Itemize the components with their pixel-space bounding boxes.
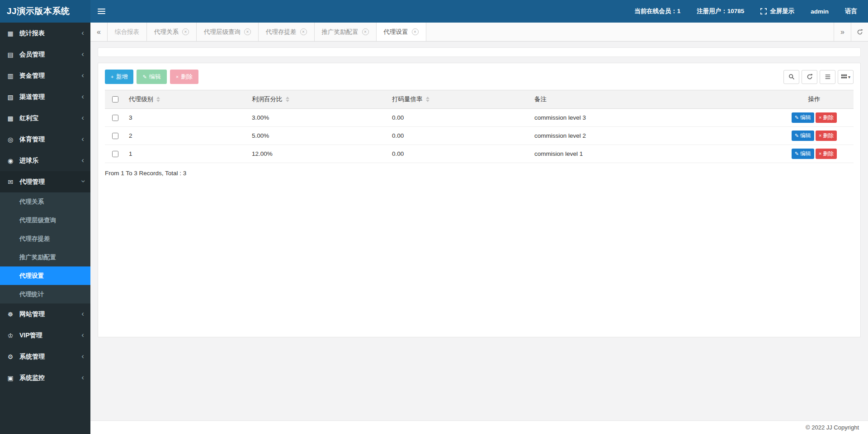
subitem-label: 代理关系 xyxy=(19,198,44,206)
sidebar-item-vip[interactable]: ♔ VIP管理 ‹ xyxy=(0,325,90,346)
row-delete-label: 删除 xyxy=(823,150,834,158)
registered-users-label: 注册用户：10785 xyxy=(697,7,744,15)
row-edit-button[interactable]: ✎编辑 xyxy=(792,131,814,141)
tabs-refresh-button[interactable] xyxy=(851,23,868,41)
fullscreen-icon xyxy=(760,8,767,14)
sidebar-item-soccer[interactable]: ◉ 进球乐 ‹ xyxy=(0,150,90,171)
fullscreen-button[interactable]: 全屏显示 xyxy=(760,7,794,15)
sidebar-item-channels[interactable]: ▧ 渠道管理 ‹ xyxy=(0,86,90,107)
sidebar: ▦ 统计报表 ‹ ▤ 会员管理 ‹ ▥ 资金管理 ‹ ▧ 渠道管理 ‹ ▩ 红利… xyxy=(0,23,90,434)
sidebar-item-system-management[interactable]: ⚙ 系统管理 ‹ xyxy=(0,346,90,367)
select-all-checkbox[interactable] xyxy=(112,96,118,103)
sidebar-item-website[interactable]: ☸ 网站管理 ‹ xyxy=(0,303,90,325)
row-edit-label: 编辑 xyxy=(800,150,811,158)
query-panel[interactable] xyxy=(98,47,861,57)
tab-overview-report[interactable]: 综合报表 xyxy=(108,23,147,41)
close-icon[interactable]: × xyxy=(412,28,419,35)
bar-chart-icon: ▦ xyxy=(6,30,14,37)
sidebar-subitem-agent-settings[interactable]: 代理设置 xyxy=(0,266,90,285)
edit-button[interactable]: ✎ 编辑 xyxy=(137,70,166,84)
refresh-icon xyxy=(857,29,863,35)
content-area: + 新增 ✎ 编辑 × 删除 xyxy=(90,42,868,420)
brand-logo[interactable]: JJ演示版本系统 xyxy=(0,0,90,23)
tab-promo-reward-config[interactable]: 推广奖励配置 × xyxy=(315,23,377,41)
row-delete-button[interactable]: ×删除 xyxy=(816,112,837,123)
table-row: 3 3.00% 0.00 commission level 3 ✎编辑×删除 xyxy=(105,109,854,127)
search-button[interactable] xyxy=(783,70,799,84)
refresh-button[interactable] xyxy=(802,70,817,84)
sidebar-subitem-agent-statistics[interactable]: 代理统计 xyxy=(0,285,90,303)
sidebar-item-label: 系统管理 xyxy=(19,353,76,361)
envelope-icon: ✉ xyxy=(6,178,14,186)
add-button[interactable]: + 新增 xyxy=(105,70,133,84)
columns-button[interactable]: ▾ xyxy=(838,70,854,84)
close-icon[interactable]: × xyxy=(362,28,369,35)
sidebar-item-stats-report[interactable]: ▦ 统计报表 ‹ xyxy=(0,23,90,44)
sidebar-item-bonus[interactable]: ▩ 红利宝 ‹ xyxy=(0,107,90,129)
chevron-left-icon: ‹ xyxy=(81,50,84,58)
sidebar-item-members[interactable]: ▤ 会员管理 ‹ xyxy=(0,44,90,65)
tab-label: 代理存提差 xyxy=(266,28,297,36)
sidebar-item-agent-management[interactable]: ✉ 代理管理 ‹ xyxy=(0,171,90,192)
copyright-text: © 2022 JJ Copyright xyxy=(806,424,859,431)
column-header-profit[interactable]: 利润百分比 xyxy=(248,90,388,109)
row-edit-button[interactable]: ✎编辑 xyxy=(792,112,814,123)
cell-actions: ✎编辑×删除 xyxy=(775,109,854,127)
delete-button[interactable]: × 删除 xyxy=(170,70,198,84)
row-checkbox-cell xyxy=(105,109,125,127)
sidebar-subitem-promo-reward-config[interactable]: 推广奖励配置 xyxy=(0,248,90,266)
sidebar-item-funds[interactable]: ▥ 资金管理 ‹ xyxy=(0,65,90,86)
sidebar-item-system-monitor[interactable]: ▣ 系统监控 ‹ xyxy=(0,367,90,388)
column-header-level[interactable]: 代理级别 xyxy=(125,90,248,109)
row-checkbox[interactable] xyxy=(112,151,118,157)
subitem-label: 代理层级查询 xyxy=(19,216,56,224)
hamburger-icon xyxy=(98,9,105,9)
row-checkbox[interactable] xyxy=(112,133,118,139)
sidebar-item-label: 红利宝 xyxy=(19,114,76,122)
tabs-scroll-left-button[interactable]: « xyxy=(90,23,108,41)
close-icon[interactable]: × xyxy=(182,28,189,35)
row-delete-button[interactable]: ×删除 xyxy=(816,131,837,141)
header-right-menu: 当前在线会员：1 注册用户：10785 全屏显示 admin 语言 xyxy=(634,0,868,23)
admin-menu[interactable]: admin xyxy=(811,8,829,15)
list-icon xyxy=(825,74,831,80)
chevron-down-icon: ‹ xyxy=(79,180,87,183)
sidebar-subitem-agent-level-query[interactable]: 代理层级查询 xyxy=(0,211,90,229)
sidebar-item-label: VIP管理 xyxy=(19,331,76,340)
tab-agent-level-query[interactable]: 代理层级查询 × xyxy=(197,23,259,41)
column-header-rate[interactable]: 打码量倍率 xyxy=(388,90,531,109)
chevron-left-icon: ‹ xyxy=(81,135,84,143)
sidebar-subitem-agent-relation[interactable]: 代理关系 xyxy=(0,192,90,211)
delete-button-label: 删除 xyxy=(181,73,193,81)
tab-agent-settings[interactable]: 代理设置 × xyxy=(377,23,426,41)
refresh-icon xyxy=(807,74,813,80)
tab-agent-relation[interactable]: 代理关系 × xyxy=(147,23,197,41)
edit-icon: ✎ xyxy=(142,75,146,79)
row-edit-label: 编辑 xyxy=(800,114,811,121)
sidebar-item-label: 进球乐 xyxy=(19,157,76,165)
delete-icon: × xyxy=(176,75,179,79)
language-menu[interactable]: 语言 xyxy=(845,7,857,15)
close-icon[interactable]: × xyxy=(244,28,251,35)
tab-agent-deposit-diff[interactable]: 代理存提差 × xyxy=(259,23,315,41)
row-edit-label: 编辑 xyxy=(800,132,811,140)
fullscreen-label: 全屏显示 xyxy=(770,7,794,15)
cell-level: 2 xyxy=(125,127,248,145)
tabs-scroll-right-button[interactable]: » xyxy=(834,23,851,41)
row-delete-button[interactable]: ×删除 xyxy=(816,149,837,159)
sort-icon[interactable] xyxy=(156,97,160,102)
sidebar-subitem-agent-deposit-diff[interactable]: 代理存提差 xyxy=(0,229,90,248)
sort-icon[interactable] xyxy=(286,97,289,102)
sidebar-toggle-button[interactable] xyxy=(90,0,112,23)
close-icon[interactable]: × xyxy=(300,28,307,35)
row-checkbox[interactable] xyxy=(112,115,118,121)
chevron-left-icon: ‹ xyxy=(81,156,84,164)
table-row: 1 12.00% 0.00 commision level 1 ✎编辑×删除 xyxy=(105,145,854,163)
subitem-label: 代理统计 xyxy=(19,290,44,299)
row-checkbox-cell xyxy=(105,145,125,163)
monitor-icon: ▣ xyxy=(6,374,14,382)
sidebar-item-sports[interactable]: ◎ 体育管理 ‹ xyxy=(0,129,90,150)
row-edit-button[interactable]: ✎编辑 xyxy=(792,149,814,159)
toggle-view-button[interactable] xyxy=(820,70,835,84)
sort-icon[interactable] xyxy=(426,97,429,102)
